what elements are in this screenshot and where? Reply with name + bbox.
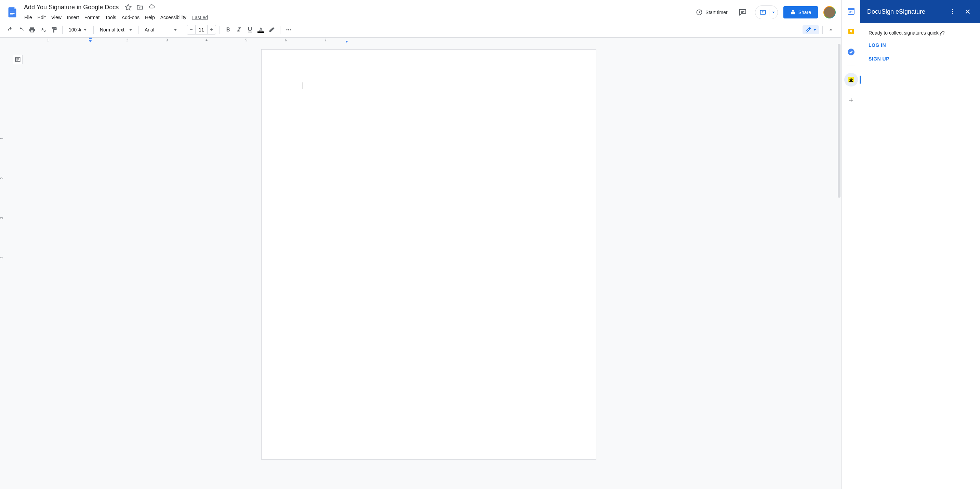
docusign-menu-button[interactable] xyxy=(947,6,958,17)
chevron-down-icon xyxy=(772,12,775,13)
highlight-button[interactable] xyxy=(267,25,277,35)
menu-accessibility[interactable]: Accessibility xyxy=(158,13,189,22)
pencil-icon xyxy=(805,27,811,33)
paint-format-button[interactable] xyxy=(49,25,59,35)
get-addons-button[interactable] xyxy=(844,93,858,107)
redo-button[interactable] xyxy=(16,25,26,35)
last-edit-link[interactable]: Last ed xyxy=(192,15,208,20)
menu-view[interactable]: View xyxy=(49,13,64,22)
present-icon xyxy=(759,9,766,16)
paragraph-style-select[interactable]: Normal text xyxy=(97,25,135,34)
spellcheck-button[interactable] xyxy=(38,25,48,35)
svg-text:31: 31 xyxy=(849,10,853,14)
menu-format[interactable]: Format xyxy=(82,13,102,22)
svg-point-19 xyxy=(952,9,953,10)
calendar-addon-button[interactable]: 31 xyxy=(844,4,858,18)
print-button[interactable] xyxy=(27,25,37,35)
chevron-down-icon xyxy=(129,29,132,31)
docusign-addon-button[interactable] xyxy=(844,73,858,86)
collapse-toolbar-button[interactable] xyxy=(826,25,836,35)
vruler-mark: 4 xyxy=(0,256,4,258)
svg-rect-1 xyxy=(10,13,14,14)
ruler-mark: 4 xyxy=(205,38,208,42)
chevron-down-icon xyxy=(84,29,86,31)
comment-icon xyxy=(738,8,747,16)
font-select[interactable]: Arial xyxy=(142,25,180,34)
svg-point-20 xyxy=(952,11,953,12)
svg-rect-11 xyxy=(848,8,854,10)
svg-rect-8 xyxy=(89,38,92,39)
document-outline-button[interactable] xyxy=(13,55,22,64)
user-avatar[interactable] xyxy=(823,6,836,19)
ruler-mark: 5 xyxy=(245,38,247,42)
editing-mode-button[interactable] xyxy=(803,25,819,34)
app-header: Add You Signature in Google Docs xyxy=(0,0,841,22)
menu-help[interactable]: Help xyxy=(143,13,157,22)
toolbar: 100% Normal text Arial − + xyxy=(0,22,841,37)
present-button[interactable] xyxy=(755,5,778,19)
start-timer-button[interactable]: Start timer xyxy=(693,8,730,17)
font-size-decrease[interactable]: − xyxy=(187,25,195,34)
docusign-signup-link[interactable]: SIGN UP xyxy=(869,56,972,62)
tasks-addon-button[interactable] xyxy=(844,45,858,59)
ruler-mark: 3 xyxy=(166,38,168,42)
star-icon[interactable] xyxy=(125,4,132,11)
undo-button[interactable] xyxy=(5,25,15,35)
paragraph-style-value: Normal text xyxy=(100,27,124,32)
font-size-control: − + xyxy=(187,25,216,35)
font-size-input[interactable] xyxy=(195,25,208,34)
comments-history-button[interactable] xyxy=(736,5,749,19)
docusign-title: DocuSign eSignature xyxy=(867,8,943,15)
ruler-mark: 1 xyxy=(47,38,49,42)
svg-point-7 xyxy=(290,29,291,30)
share-button[interactable]: Share xyxy=(783,6,818,19)
menu-tools[interactable]: Tools xyxy=(103,13,119,22)
underline-button[interactable] xyxy=(245,25,255,35)
close-icon xyxy=(964,8,972,15)
menu-bar: File Edit View Insert Format Tools Add-o… xyxy=(22,13,693,22)
zoom-select[interactable]: 100% xyxy=(66,25,90,34)
docs-logo[interactable] xyxy=(5,5,19,19)
svg-point-6 xyxy=(288,29,289,30)
start-timer-label: Start timer xyxy=(705,10,728,15)
vruler-mark: 3 xyxy=(0,217,4,219)
docusign-close-button[interactable] xyxy=(962,6,973,17)
docusign-login-link[interactable]: LOG IN xyxy=(869,42,972,48)
docusign-prompt: Ready to collect signatures quickly? xyxy=(869,30,972,35)
docusign-side-panel: DocuSign eSignature Ready to collect sig… xyxy=(860,0,980,489)
italic-button[interactable] xyxy=(234,25,244,35)
menu-edit[interactable]: Edit xyxy=(35,13,48,22)
vertical-ruler[interactable]: 1 2 3 4 xyxy=(0,44,16,489)
chevron-down-icon xyxy=(174,29,177,31)
ruler-mark: 2 xyxy=(126,38,128,42)
menu-file[interactable]: File xyxy=(22,13,35,22)
move-icon[interactable] xyxy=(137,4,143,11)
bold-button[interactable] xyxy=(223,25,233,35)
svg-point-21 xyxy=(952,13,953,14)
side-panel-rail: 31 xyxy=(841,0,860,489)
text-cursor xyxy=(302,83,303,89)
scrollbar[interactable] xyxy=(837,44,841,489)
font-value: Arial xyxy=(145,27,154,32)
font-size-increase[interactable]: + xyxy=(208,25,216,34)
menu-addons[interactable]: Add-ons xyxy=(119,13,142,22)
text-color-button[interactable] xyxy=(256,25,266,35)
share-label: Share xyxy=(799,10,811,15)
horizontal-ruler[interactable]: 1 2 3 4 5 6 7 xyxy=(0,38,841,44)
right-indent-marker[interactable] xyxy=(345,40,349,44)
keep-addon-button[interactable] xyxy=(844,25,858,38)
svg-rect-15 xyxy=(851,32,851,33)
svg-rect-0 xyxy=(10,12,14,12)
document-page[interactable] xyxy=(261,49,597,460)
menu-insert[interactable]: Insert xyxy=(65,13,81,22)
svg-rect-2 xyxy=(10,15,13,15)
svg-point-14 xyxy=(850,30,852,32)
vruler-mark: 1 xyxy=(0,137,4,140)
left-indent-marker[interactable] xyxy=(88,38,92,43)
document-scroll-area[interactable]: 1 2 3 4 xyxy=(0,44,841,489)
cloud-status-icon[interactable] xyxy=(148,4,155,11)
more-tools-button[interactable] xyxy=(284,25,293,35)
docusign-header: DocuSign eSignature xyxy=(860,0,980,23)
vruler-mark: 2 xyxy=(0,177,4,179)
document-title[interactable]: Add You Signature in Google Docs xyxy=(22,3,121,12)
